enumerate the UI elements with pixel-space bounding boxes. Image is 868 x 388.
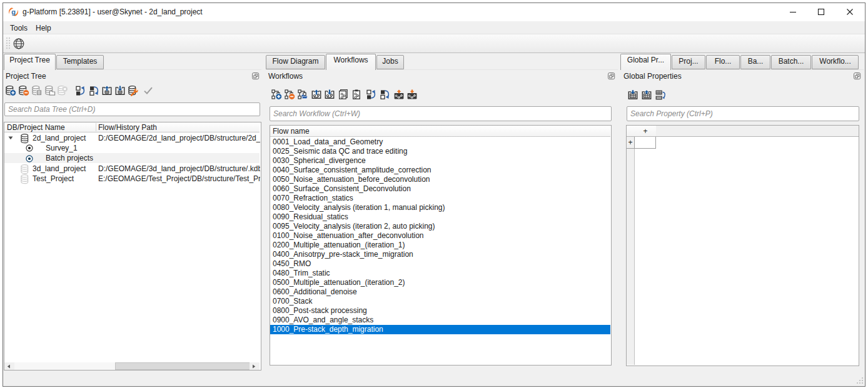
svg-text:g: g [11, 8, 16, 16]
